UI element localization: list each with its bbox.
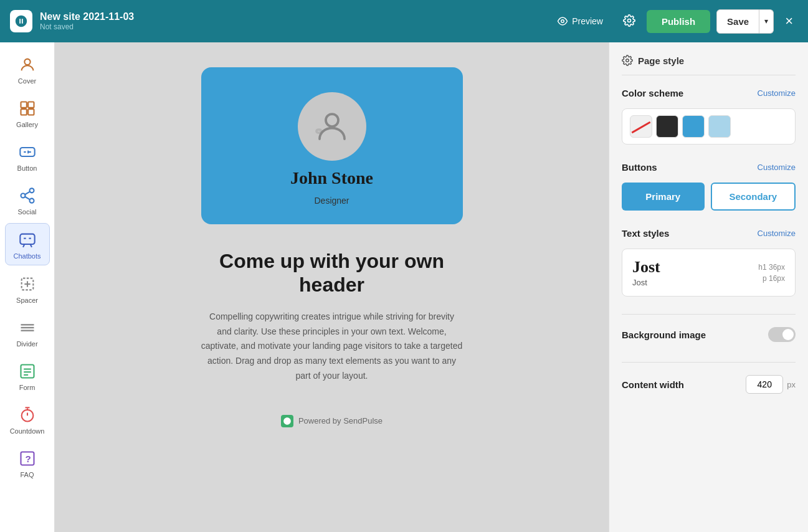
sidebar-item-button[interactable]: Button: [5, 136, 50, 177]
buttons-header: Buttons Customize: [622, 162, 796, 173]
page-style-title: Page style: [638, 55, 684, 66]
secondary-button-preview[interactable]: Secondary: [711, 183, 796, 211]
sidebar-item-divider[interactable]: Divider: [5, 311, 50, 353]
color-scheme-customize[interactable]: Customize: [758, 88, 796, 98]
sidebar-item-chatbots[interactable]: Chatbots: [5, 223, 50, 265]
spacer-icon: [17, 274, 37, 294]
text-styles-row: Jost Jost h1 36px p 16px: [622, 249, 796, 297]
content-width-label: Content width: [622, 379, 684, 390]
sidebar-item-form[interactable]: Form: [5, 355, 50, 396]
svg-point-35: [326, 114, 338, 126]
profile-avatar: [298, 92, 366, 161]
content-width-row: Content width px: [622, 373, 796, 396]
site-name: New site 2021-11-03: [40, 11, 541, 22]
chatbots-icon: [17, 230, 37, 250]
svg-rect-36: [316, 130, 321, 133]
swatch-dark[interactable]: [656, 115, 678, 138]
content-width-unit: px: [787, 380, 796, 389]
background-image-toggle[interactable]: [768, 327, 796, 342]
sidebar-item-label-countdown: Countdown: [10, 427, 45, 435]
right-panel: Page style Color scheme Customize Button…: [609, 42, 808, 532]
svg-point-37: [626, 59, 629, 62]
sidebar-item-social[interactable]: Social: [5, 179, 50, 221]
powered-by: Powered by SendPulse: [281, 415, 383, 427]
buttons-customize[interactable]: Customize: [758, 163, 796, 172]
svg-point-11: [29, 188, 34, 192]
font-name-large: Jost: [632, 258, 660, 277]
svg-point-0: [561, 20, 564, 23]
sidebar-item-label-gallery: Gallery: [16, 121, 38, 128]
svg-text:?: ?: [25, 454, 31, 464]
app-logo: [10, 10, 32, 32]
preview-button[interactable]: Preview: [548, 11, 612, 32]
svg-point-12: [21, 194, 25, 198]
countdown-icon: [17, 405, 37, 425]
publish-button[interactable]: Publish: [647, 10, 710, 33]
button-icon: [17, 142, 37, 162]
svg-point-1: [627, 19, 630, 22]
swatch-diagonal[interactable]: [630, 115, 652, 138]
svg-line-14: [25, 197, 30, 200]
background-image-row: Background image: [622, 325, 796, 344]
save-button-group: Save ▾: [716, 9, 774, 34]
buttons-section: Buttons Customize Primary Secondary: [622, 162, 796, 211]
swatch-light-blue[interactable]: [708, 115, 731, 138]
content-header: Come up with your own header: [201, 249, 463, 297]
save-button[interactable]: Save: [716, 9, 759, 34]
color-swatches: [622, 108, 796, 145]
h1-size: h1 36px: [758, 263, 785, 272]
background-image-label: Background image: [622, 330, 706, 340]
swatch-blue[interactable]: [682, 115, 705, 138]
sidebar-item-label-form: Form: [19, 384, 36, 391]
svg-rect-6: [28, 109, 34, 115]
svg-rect-16: [20, 234, 34, 244]
color-scheme-label: Color scheme: [622, 88, 683, 98]
profile-name: John Stone: [290, 168, 373, 188]
color-scheme-section: Color scheme Customize: [622, 88, 796, 145]
color-scheme-header: Color scheme Customize: [622, 88, 796, 98]
sidebar-item-spacer[interactable]: Spacer: [5, 268, 50, 309]
content-width-section: Content width px: [622, 373, 796, 396]
divider-icon: [17, 318, 37, 338]
sidebar-item-faq[interactable]: ? FAQ: [5, 442, 50, 483]
sidebar-item-label-chatbots: Chatbots: [13, 252, 40, 260]
button-preview: Primary Secondary: [622, 183, 796, 211]
profile-card: John Stone Designer: [201, 67, 463, 224]
tools-button[interactable]: [618, 9, 640, 34]
preview-label: Preview: [572, 16, 603, 26]
svg-line-15: [25, 192, 30, 195]
content-width-input-wrap: px: [746, 375, 796, 394]
primary-button-preview[interactable]: Primary: [622, 183, 705, 211]
svg-rect-3: [21, 102, 26, 108]
svg-rect-4: [28, 102, 34, 108]
svg-point-2: [24, 59, 30, 65]
sidebar-item-label-divider: Divider: [16, 340, 37, 348]
content-width-input[interactable]: [746, 375, 783, 394]
svg-rect-5: [21, 109, 26, 115]
sidebar-item-gallery[interactable]: Gallery: [5, 92, 50, 133]
sidebar-item-label-cover: Cover: [18, 77, 36, 85]
profile-role: Designer: [314, 196, 349, 206]
background-image-section: Background image: [622, 325, 796, 344]
text-styles-header: Text styles Customize: [622, 228, 796, 239]
sidebar: Cover Gallery Button Social: [0, 42, 55, 532]
text-styles-section: Text styles Customize Jost Jost h1 36px …: [622, 228, 796, 297]
save-dropdown-button[interactable]: ▾: [759, 9, 774, 34]
page-style-header: Page style: [622, 55, 796, 75]
sidebar-item-countdown[interactable]: Countdown: [5, 399, 50, 440]
faq-icon: ?: [17, 449, 37, 468]
social-icon: [17, 186, 37, 206]
form-icon: [17, 361, 37, 381]
canvas-area: John Stone Designer Come up with your ow…: [55, 42, 609, 532]
sidebar-item-cover[interactable]: Cover: [5, 49, 50, 90]
panel-divider-1: [622, 314, 796, 315]
text-styles-customize[interactable]: Customize: [758, 229, 796, 238]
panel-divider-2: [622, 362, 796, 363]
svg-point-13: [29, 199, 34, 203]
topbar: New site 2021-11-03 Not saved Preview Pu…: [0, 0, 808, 42]
site-status: Not saved: [40, 22, 541, 31]
close-button[interactable]: ×: [780, 8, 798, 34]
sidebar-item-label-button: Button: [17, 164, 37, 172]
font-preview: Jost Jost: [632, 258, 660, 287]
page-style-icon: [622, 55, 633, 66]
